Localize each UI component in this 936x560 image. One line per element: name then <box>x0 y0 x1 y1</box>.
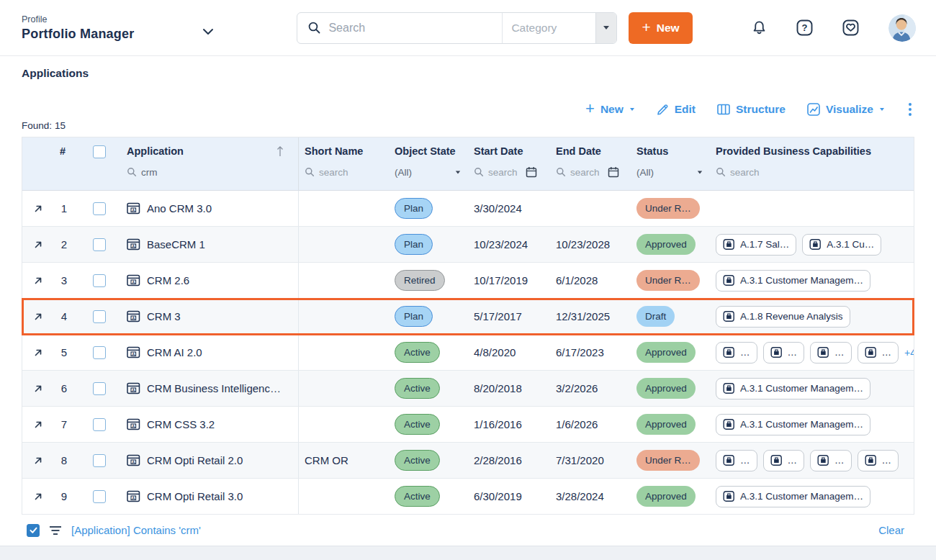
row-checkbox[interactable] <box>93 238 106 251</box>
visualize-icon <box>807 103 820 116</box>
capability-chip[interactable]: … <box>716 342 757 363</box>
status-pill: Approved <box>636 378 696 399</box>
capability-chip[interactable]: A.3.1 Customer Managem… <box>716 486 870 507</box>
end-date: 1/6/2026 <box>550 418 631 430</box>
row-checkbox[interactable] <box>93 454 106 467</box>
open-fact-sheet-icon[interactable] <box>32 239 44 250</box>
application-name[interactable]: CRM Opti Retail 3.0 <box>147 490 243 502</box>
open-fact-sheet-icon[interactable] <box>32 491 44 502</box>
application-name[interactable]: CRM CSS 3.2 <box>147 418 215 430</box>
select-all-checkbox[interactable] <box>93 145 106 158</box>
application-name[interactable]: Ano CRM 3.0 <box>147 202 212 214</box>
open-fact-sheet-icon[interactable] <box>32 275 44 286</box>
calendar-icon[interactable] <box>608 166 619 178</box>
application-name[interactable]: BaseCRM 1 <box>147 238 205 250</box>
capability-chip[interactable]: A.3.1 Customer Managem… <box>716 378 870 399</box>
start-date: 6/30/2019 <box>468 490 550 502</box>
applied-filter-label[interactable]: [Application] Contains 'crm' <box>71 524 201 536</box>
filter-short-name-input[interactable] <box>319 167 369 178</box>
open-fact-sheet-icon[interactable] <box>32 347 44 358</box>
filter-status-select[interactable]: (All) <box>636 167 703 178</box>
filter-start-date-input[interactable] <box>488 167 521 178</box>
object-state-pill: Active <box>395 450 440 471</box>
capability-chip[interactable]: A.1.8 Revenue Analysis <box>716 306 850 328</box>
filter-capabilities-input[interactable] <box>730 167 824 178</box>
profile-switcher[interactable]: Profile Portfolio Manager <box>22 14 134 42</box>
capability-chip[interactable]: … <box>716 450 757 471</box>
capability-chip[interactable]: A.3.1 Customer Managem… <box>716 270 870 292</box>
applied-filter-bar: [Application] Contains 'crm' Clear <box>0 515 936 546</box>
capability-icon <box>809 238 822 250</box>
row-checkbox[interactable] <box>93 274 106 287</box>
category-dropdown-button[interactable] <box>595 13 616 43</box>
toolbar-visualize-button[interactable]: Visualize <box>807 103 884 116</box>
capability-chip[interactable]: … <box>810 450 852 471</box>
category-select[interactable]: Category <box>502 13 595 43</box>
more-actions-button[interactable] <box>906 101 914 117</box>
filter-object-state-select[interactable]: (All) <box>395 167 461 178</box>
table-row[interactable]: 2 A BaseCRM 1 Plan 10/23/2024 10/23/2028… <box>22 227 914 263</box>
application-name[interactable]: CRM AI 2.0 <box>147 346 202 358</box>
notifications-button[interactable] <box>752 20 767 35</box>
table-row[interactable]: 5 A CRM AI 2.0 Active 4/8/2020 6/17/2023… <box>22 335 914 371</box>
columns-icon <box>717 103 730 116</box>
capability-chip[interactable]: A.3.1 Cu… <box>802 234 881 256</box>
capability-icon <box>723 310 735 322</box>
status-pill: Draft <box>636 306 675 327</box>
toolbar-edit-button[interactable]: Edit <box>656 103 696 116</box>
application-name[interactable]: CRM Business Intelligenc… <box>147 382 281 394</box>
search-input[interactable] <box>328 22 502 35</box>
caret-down-icon <box>880 108 884 111</box>
capability-icon <box>723 418 735 430</box>
capability-chip[interactable]: … <box>858 342 899 363</box>
filter-application-input[interactable] <box>141 167 249 178</box>
table-row[interactable]: 6 A CRM Business Intelligenc… Active 8/2… <box>22 371 914 407</box>
more-capabilities-link[interactable]: +4 <box>904 347 914 358</box>
table-toolbar: + New Edit Structure Visualize <box>585 101 914 117</box>
new-button[interactable]: + New <box>629 12 692 44</box>
open-fact-sheet-icon[interactable] <box>32 455 44 466</box>
clear-filter-link[interactable]: Clear <box>878 524 904 536</box>
open-fact-sheet-icon[interactable] <box>32 383 44 394</box>
row-checkbox[interactable] <box>93 310 106 323</box>
global-search: Category <box>297 12 617 44</box>
table-row[interactable]: 4 A CRM 3 Plan 5/17/2017 12/31/2025 Draf… <box>22 299 914 335</box>
capability-chip[interactable]: A.1.7 Sal… <box>716 234 796 256</box>
row-checkbox[interactable] <box>93 346 106 359</box>
table-row[interactable]: 3 A CRM 2.6 Retired 10/17/2019 6/1/2028 … <box>22 263 914 299</box>
application-name[interactable]: CRM 3 <box>147 310 181 322</box>
calendar-icon[interactable] <box>526 166 537 178</box>
favorites-button[interactable] <box>842 19 859 36</box>
filter-active-checkbox[interactable] <box>27 524 40 537</box>
table-row[interactable]: 8 A CRM Opti Retail 2.0 CRM OR Active 2/… <box>22 443 914 479</box>
start-date: 4/8/2020 <box>468 346 550 358</box>
status-pill: Under R… <box>636 450 700 471</box>
capability-chip[interactable]: … <box>763 450 805 471</box>
application-name[interactable]: CRM Opti Retail 2.0 <box>147 454 243 466</box>
toolbar-structure-button[interactable]: Structure <box>717 103 786 116</box>
capability-chip[interactable]: … <box>858 450 899 471</box>
open-fact-sheet-icon[interactable] <box>32 419 44 430</box>
table-row[interactable]: 1 A Ano CRM 3.0 Plan 3/30/2024 Under R… <box>22 191 914 227</box>
capability-chip[interactable]: … <box>763 342 805 363</box>
column-header-object-state: Object State (All) <box>389 137 468 190</box>
sort-ascending-icon[interactable] <box>276 145 284 157</box>
help-button[interactable]: ? <box>796 19 813 36</box>
table-row[interactable]: 9 A CRM Opti Retail 3.0 Active 6/30/2019… <box>22 479 914 515</box>
filter-end-date-input[interactable] <box>570 167 603 178</box>
row-checkbox[interactable] <box>93 490 106 503</box>
capability-chip[interactable]: A.3.1 Customer Managem… <box>716 414 870 435</box>
avatar[interactable] <box>888 14 916 42</box>
pencil-icon <box>656 103 669 116</box>
row-checkbox[interactable] <box>93 382 106 395</box>
open-fact-sheet-icon[interactable] <box>32 203 44 214</box>
table-row[interactable]: 7 A CRM CSS 3.2 Active 1/16/2016 1/6/202… <box>22 407 914 443</box>
application-name[interactable]: CRM 2.6 <box>147 274 189 286</box>
row-checkbox[interactable] <box>93 418 106 431</box>
open-fact-sheet-icon[interactable] <box>32 311 44 322</box>
profile-label: Profile <box>22 14 134 24</box>
toolbar-new-button[interactable]: + New <box>585 103 634 117</box>
row-checkbox[interactable] <box>93 202 106 215</box>
svg-text:A: A <box>132 352 135 356</box>
capability-chip[interactable]: … <box>810 342 852 363</box>
